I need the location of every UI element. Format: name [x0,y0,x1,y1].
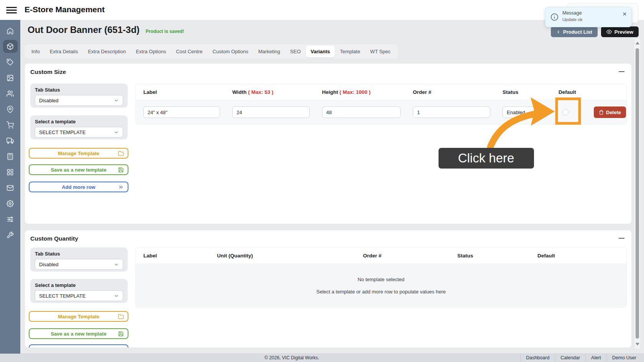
scrollbar-thumb[interactable] [636,48,639,339]
sidebar-nav [0,20,20,354]
height-max-note: ( Max: 1000 ) [340,89,371,95]
scroll-down-arrow[interactable] [634,341,640,347]
preview-label: Preview [614,29,633,35]
width-input[interactable] [232,106,310,118]
order-input[interactable] [413,106,490,118]
tab-custom-options[interactable]: Custom Options [208,46,253,57]
package-icon [7,43,14,50]
hamburger-menu-icon[interactable] [6,5,17,15]
tab-cost-centre[interactable]: Cost Centre [171,46,207,57]
manage-template-label: Manage Template [58,151,99,156]
footer-link-calendar[interactable]: Calendar [555,354,585,362]
delete-label: Delete [606,110,621,115]
custom-quantity-table: Label Unit (Quantity) Order # Status Def… [135,247,627,308]
tab-status-select[interactable]: Disabled [35,259,123,270]
table-header-row: Label Unit (Quantity) Order # Status Def… [136,248,626,264]
sidebar-item-messages[interactable] [3,181,18,194]
mail-icon [7,184,14,192]
save-icon [118,167,124,173]
image-icon [7,74,14,82]
template-panel: Select a template SELECT TEMPLATE [30,279,128,303]
product-tabs: Info Extra Details Extra Description Ext… [25,44,398,59]
chevron-down-icon [114,262,119,267]
close-icon[interactable] [622,11,627,16]
toast-title: Message [562,10,582,16]
tab-template[interactable]: Template [335,46,365,57]
tab-status-select[interactable]: Disabled [35,95,123,106]
footer-link-dashboard[interactable]: Dashboard [520,354,555,362]
col-header-height: Height ( Max: 1000 ) [314,89,405,95]
col-header-unit: Unit (Quantity) [209,253,355,259]
sidebar-item-invoices[interactable] [3,150,18,163]
eye-icon [606,29,612,34]
folder-icon [118,151,124,156]
table-header-row: Label Width ( Max: 53 ) Height ( Max: 10… [136,84,626,100]
sidebar-item-preferences[interactable] [3,213,18,226]
tab-wt-spec[interactable]: WT Spec [366,46,395,57]
custom-size-section: Custom Size Tab Status Disabled Select a… [25,63,632,224]
save-template-button[interactable]: Save as a new template [29,328,128,339]
add-more-row-label: Add more row [62,184,95,190]
sliders-icon [7,216,14,223]
scroll-up-arrow[interactable] [634,40,640,46]
custom-quantity-section: Custom Quantity Tab Status Disabled Sele… [25,230,632,348]
vertical-scrollbar [634,38,640,349]
status-value: Enabled [507,110,525,115]
col-header-order: Order # [405,89,495,95]
footer-bar: © 2026, VIC Digital Works. Dashboard Cal… [0,354,644,362]
collapse-section-icon[interactable] [619,236,624,240]
default-radio[interactable] [562,109,568,115]
sidebar-item-tools[interactable] [3,228,18,241]
sidebar-item-media[interactable] [3,71,18,84]
sidebar-item-customers[interactable] [3,87,18,100]
tab-extra-options[interactable]: Extra Options [131,46,171,57]
tab-status-value: Disabled [39,262,59,267]
sidebar-item-shipping[interactable] [3,134,18,147]
footer-link-demo-user[interactable]: Demo User [606,354,642,362]
tab-status-label: Tab Status [35,251,123,257]
manage-template-button[interactable]: Manage Template [29,311,128,322]
tab-seo[interactable]: SEO [286,46,305,57]
status-select[interactable]: Enabled [503,106,546,118]
collapse-section-icon[interactable] [619,70,624,74]
template-select-value: SELECT TEMPLATE [39,129,85,135]
template-select-value: SELECT TEMPLATE [39,293,85,299]
sidebar-item-cart[interactable] [3,118,18,131]
chevron-down-icon [114,130,119,135]
add-more-row-button[interactable]: Add more row [29,344,128,348]
delete-row-button[interactable]: Delete [594,106,626,118]
template-select[interactable]: SELECT TEMPLATE [35,127,123,138]
tab-extra-description[interactable]: Extra Description [83,46,130,57]
sidebar-item-tags[interactable] [3,56,18,69]
sidebar-item-home[interactable] [3,24,18,37]
manage-template-label: Manage Template [58,314,99,319]
label-input[interactable] [143,106,220,118]
tab-marketing[interactable]: Marketing [254,46,285,57]
sidebar-item-products[interactable] [3,40,18,53]
sidebar-item-locations[interactable] [3,103,18,116]
tab-status-panel: Tab Status Disabled [30,84,128,108]
empty-state: No template selected Select a template o… [136,264,626,307]
save-template-button[interactable]: Save as a new template [29,164,128,175]
chevron-left-icon [556,30,560,34]
tab-info[interactable]: Info [27,46,44,57]
footer-link-alert[interactable]: Alert [585,354,606,362]
manage-template-button[interactable]: Manage Template [29,148,128,159]
users-icon [7,90,14,97]
add-more-row-button[interactable]: Add more row [29,182,128,192]
truck-icon [7,137,14,144]
preview-button[interactable]: Preview [601,26,639,37]
trash-icon [599,110,604,115]
height-input[interactable] [322,106,401,118]
template-panel: Select a template SELECT TEMPLATE [30,115,128,139]
sidebar-item-settings[interactable] [3,197,18,210]
product-list-button[interactable]: Product List [551,26,598,37]
sidebar-item-apps[interactable] [3,165,18,179]
tab-variants[interactable]: Variants [306,46,335,57]
template-select[interactable]: SELECT TEMPLATE [35,290,123,301]
tab-extra-details[interactable]: Extra Details [45,46,83,57]
chevron-down-icon [537,110,542,115]
app-root: E-Store Management [0,0,644,362]
tab-status-label: Tab Status [35,87,123,93]
page-title: Out Door Banner (651-3d) [28,25,140,35]
